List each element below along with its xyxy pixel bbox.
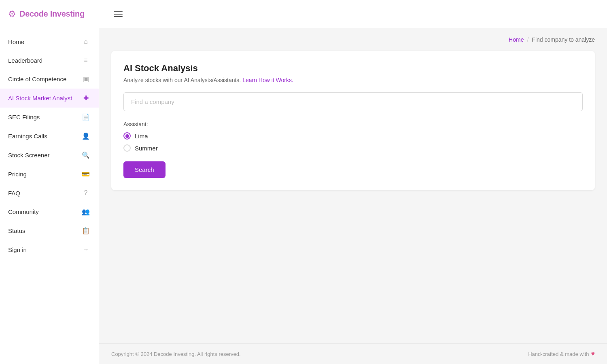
sidebar-item-icon-leaderboard: ≡ [81,57,91,64]
sidebar-item-icon-earnings-calls: 👤 [81,132,91,140]
sidebar-item-label-stock-screener: Stock Screener [8,152,81,159]
sidebar-item-label-leaderboard: Leaderboard [8,57,81,64]
radio-label-lima: Lima [135,133,148,140]
sidebar-item-icon-stock-screener: 🔍 [81,151,91,159]
sidebar-item-label-sec-filings: SEC Filings [8,114,81,121]
sidebar-nav: Home⌂Leaderboard≡Circle of Competence▣AI… [0,28,99,364]
sidebar-item-label-status: Status [8,227,81,234]
sidebar-item-label-faq: FAQ [8,190,81,197]
assistant-radio-group: Lima Summer [123,132,583,152]
sidebar-item-home[interactable]: Home⌂ [0,32,99,51]
sidebar-item-icon-sec-filings: 📄 [81,113,91,121]
sidebar-item-icon-pricing: 💳 [81,170,91,178]
sidebar-item-community[interactable]: Community👥 [0,202,99,221]
footer: Copyright © 2024 Decode Investing. All r… [99,343,607,364]
search-button[interactable]: Search [123,161,166,178]
radio-option-lima[interactable]: Lima [123,132,583,140]
sidebar-item-pricing[interactable]: Pricing💳 [0,165,99,184]
sidebar: ⚙ Decode Investing Home⌂Leaderboard≡Circ… [0,0,99,364]
hamburger-line-2 [114,14,123,15]
sidebar-item-leaderboard[interactable]: Leaderboard≡ [0,51,99,70]
sidebar-item-icon-community: 👥 [81,208,91,216]
logo-icon: ⚙ [8,9,16,19]
sidebar-item-label-earnings-calls: Earnings Calls [8,133,81,140]
sidebar-item-label-pricing: Pricing [8,171,81,178]
learn-link[interactable]: Learn How it Works. [242,77,293,83]
footer-handcrafted-text: Hand-crafted & made with [528,351,589,357]
sidebar-item-icon-circle-of-competence: ▣ [81,75,91,83]
hamburger-line-3 [114,16,123,17]
card-description-text: Analyze stocks with our AI Analysts/Assi… [123,77,241,83]
sidebar-item-circle-of-competence[interactable]: Circle of Competence▣ [0,70,99,89]
hamburger-button[interactable] [111,9,125,19]
sidebar-item-label-sign-in: Sign in [8,246,81,253]
app-title: Decode Investing [19,9,85,19]
topbar [99,0,607,28]
sidebar-item-faq[interactable]: FAQ? [0,184,99,202]
search-input-wrapper [123,92,583,111]
sidebar-item-label-circle-of-competence: Circle of Competence [8,76,81,83]
sidebar-item-status[interactable]: Status📋 [0,221,99,240]
sidebar-item-icon-ai-stock-market-analyst: ✚ [81,94,91,102]
breadcrumb-separator: / [527,36,528,43]
sidebar-item-label-ai-stock-market-analyst: AI Stock Market Analyst [8,95,81,102]
card-description: Analyze stocks with our AI Analysts/Assi… [123,77,583,83]
sidebar-item-icon-sign-in: → [81,246,91,253]
sidebar-item-sign-in[interactable]: Sign in→ [0,240,99,259]
sidebar-item-icon-status: 📋 [81,227,91,235]
sidebar-item-sec-filings[interactable]: SEC Filings📄 [0,108,99,127]
sidebar-item-icon-faq: ? [81,189,91,197]
hamburger-line-1 [114,11,123,12]
breadcrumb-current: Find company to analyze [532,36,595,43]
radio-option-summer[interactable]: Summer [123,144,583,152]
footer-handcrafted: Hand-crafted & made with ♥ [528,350,595,358]
sidebar-item-label-community: Community [8,208,81,215]
sidebar-item-earnings-calls[interactable]: Earnings Calls👤 [0,127,99,146]
radio-label-summer: Summer [135,145,158,152]
sidebar-item-stock-screener[interactable]: Stock Screener🔍 [0,146,99,165]
breadcrumb-home-link[interactable]: Home [509,36,524,43]
assistant-label: Assistant: [123,121,583,127]
ai-analysis-card: AI Stock Analysis Analyze stocks with ou… [111,51,595,190]
breadcrumb: Home / Find company to analyze [111,36,595,43]
card-title: AI Stock Analysis [123,63,583,74]
sidebar-item-label-home: Home [8,38,81,45]
radio-circle-summer [123,144,131,152]
sidebar-item-ai-stock-market-analyst[interactable]: AI Stock Market Analyst✚ [0,89,99,108]
heart-icon: ♥ [591,350,595,358]
company-search-input[interactable] [123,92,583,111]
main-wrapper: Home / Find company to analyze AI Stock … [99,0,607,364]
footer-copyright: Copyright © 2024 Decode Investing. All r… [111,351,241,357]
sidebar-logo: ⚙ Decode Investing [0,0,99,28]
sidebar-item-icon-home: ⌂ [81,38,91,45]
radio-circle-lima [123,132,131,140]
page-content: Home / Find company to analyze AI Stock … [99,28,607,343]
